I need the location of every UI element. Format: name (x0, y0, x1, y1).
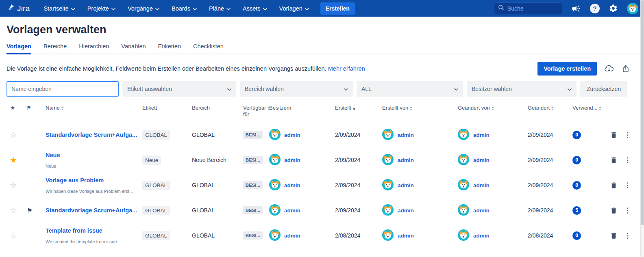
delete-icon[interactable] (610, 207, 618, 214)
delete-icon[interactable] (610, 232, 618, 240)
vertical-scrollbar[interactable] (640, 0, 644, 257)
chevron-down-icon (193, 5, 197, 12)
sort-desc-icon (353, 106, 355, 110)
import-cloud-icon[interactable] (604, 64, 614, 73)
owner-link[interactable]: admin (284, 182, 300, 188)
more-options-icon[interactable]: ⋮ (624, 157, 631, 164)
top-nav-bar: Jira StartseiteProjekteVorgängeBoardsPlä… (0, 0, 644, 17)
template-name-link[interactable]: Neue (46, 152, 138, 158)
scope-cell: GLOBAL (188, 132, 239, 138)
more-options-icon[interactable]: ⋮ (624, 232, 631, 239)
create-button[interactable]: Erstellen (320, 2, 355, 15)
page-description: Die Vorlage ist eine einfache Möglichkei… (7, 65, 365, 72)
label-filter-select[interactable]: Etikett auswählen (122, 81, 236, 97)
modified-by-link[interactable]: admin (473, 157, 490, 163)
owner-filter-select[interactable]: Besitzer wählen (467, 81, 577, 97)
nav-item-boards[interactable]: Boards (172, 5, 197, 12)
tab-hierarchien[interactable]: Hierarchien (79, 43, 109, 54)
tab-vorlagen[interactable]: Vorlagen (7, 43, 31, 54)
star-icon: ★ (10, 105, 15, 111)
created-by-link[interactable]: admin (398, 132, 414, 138)
create-template-button[interactable]: Vorlage erstellen (537, 62, 597, 76)
owner-link[interactable]: admin (284, 207, 300, 214)
created-by-link[interactable]: admin (398, 182, 414, 188)
delete-icon[interactable] (610, 131, 618, 139)
more-options-icon[interactable]: ⋮ (624, 182, 631, 189)
scope-filter-select[interactable]: Bereich wählen (240, 81, 353, 97)
nav-item-vorgaenge[interactable]: Vorgänge (128, 5, 159, 12)
modified-by-link[interactable]: admin (473, 132, 490, 138)
reset-filters-button[interactable]: Zurücksetzen (580, 81, 627, 97)
modified-date-cell: 2/09/2024 (524, 132, 568, 138)
global-search[interactable] (494, 2, 562, 14)
more-options-icon[interactable]: ⋮ (624, 207, 631, 214)
template-name-link[interactable]: Vorlage aus Problem (46, 177, 138, 184)
owner-link[interactable]: admin (284, 132, 300, 138)
chevron-down-icon (227, 86, 231, 92)
tab-bereiche[interactable]: Bereiche (44, 43, 67, 54)
delete-icon[interactable] (610, 181, 618, 189)
owner-link[interactable]: admin (284, 233, 300, 239)
tab-variablen[interactable]: Variablen (121, 43, 146, 54)
header-created[interactable]: Erstellt (331, 105, 378, 115)
owner-cell: admin (263, 129, 331, 141)
modified-by-avatar (458, 229, 469, 242)
modified-by-avatar (458, 204, 469, 217)
star-toggle[interactable]: ☆ (6, 206, 21, 214)
created-by-link[interactable]: admin (398, 157, 414, 163)
export-share-icon[interactable] (621, 64, 630, 73)
nav-item-projekte[interactable]: Projekte (87, 5, 115, 12)
tab-etiketten[interactable]: Etiketten (158, 43, 181, 54)
star-toggle[interactable]: ★ (6, 156, 21, 164)
learn-more-link[interactable]: Mehr erfahren (328, 65, 365, 72)
availability-filter-select[interactable]: ALL (357, 81, 463, 97)
user-avatar[interactable] (627, 3, 638, 14)
jira-logo[interactable]: Jira (7, 3, 30, 14)
nav-item-vorlagen[interactable]: Vorlagen (279, 5, 309, 12)
search-input[interactable] (507, 5, 552, 12)
select-value: ALL (361, 86, 372, 92)
used-count-cell: 0 (568, 231, 604, 240)
star-toggle[interactable]: ☆ (6, 131, 21, 139)
name-filter-input[interactable] (7, 81, 119, 97)
row-actions: ⋮ (604, 131, 644, 139)
nav-item-plaene[interactable]: Pläne (209, 5, 231, 12)
flag-indicator: ⚑ (21, 207, 38, 214)
table-row: ☆ Template from issue We created this te… (0, 223, 644, 248)
settings-gear-icon[interactable] (609, 4, 618, 13)
created-by-avatar (382, 179, 394, 192)
scrollbar-thumb[interactable] (641, 0, 644, 225)
help-icon[interactable]: ? (590, 4, 600, 13)
available-for-tag: BESI... (243, 206, 263, 214)
star-toggle[interactable]: ☆ (6, 231, 21, 240)
header-name[interactable]: Name (38, 105, 138, 115)
used-count-badge: 0 (572, 156, 581, 164)
template-name-link[interactable]: Standardvorlage Scrum+Aufga... (46, 207, 138, 214)
created-by-cell: admin (378, 179, 454, 192)
modified-by-link[interactable]: admin (473, 233, 490, 239)
template-subtitle: Neue (46, 164, 138, 168)
header-modified-by[interactable]: Geändert von (454, 105, 524, 115)
header-available-for[interactable]: Verfügbar für (239, 105, 263, 122)
created-by-link[interactable]: admin (398, 207, 414, 214)
star-toggle[interactable]: ☆ (6, 181, 21, 189)
announcements-icon[interactable] (571, 4, 581, 13)
label-tag: GLOBAL (142, 181, 170, 190)
created-date-cell: 2/09/2024 (331, 207, 378, 214)
more-options-icon[interactable]: ⋮ (624, 132, 631, 138)
delete-icon[interactable] (610, 156, 618, 164)
tab-checklisten[interactable]: Checklisten (193, 43, 224, 54)
created-by-link[interactable]: admin (398, 233, 414, 239)
header-used[interactable]: Verwend... (568, 105, 604, 115)
available-for-tag: BESI... (243, 131, 263, 139)
nav-item-startseite[interactable]: Startseite (44, 5, 75, 12)
row-actions: ⋮ (604, 181, 644, 189)
template-name-link[interactable]: Standardvorlage Scrum+Aufga... (46, 132, 138, 138)
header-modified[interactable]: Geändert (524, 105, 568, 115)
modified-by-link[interactable]: admin (473, 207, 490, 214)
template-name-link[interactable]: Template from issue (46, 227, 138, 234)
owner-link[interactable]: admin (284, 157, 300, 163)
modified-by-link[interactable]: admin (473, 182, 490, 188)
header-created-by[interactable]: Erstellt von (378, 105, 454, 115)
nav-item-assets[interactable]: Assets (243, 5, 267, 12)
